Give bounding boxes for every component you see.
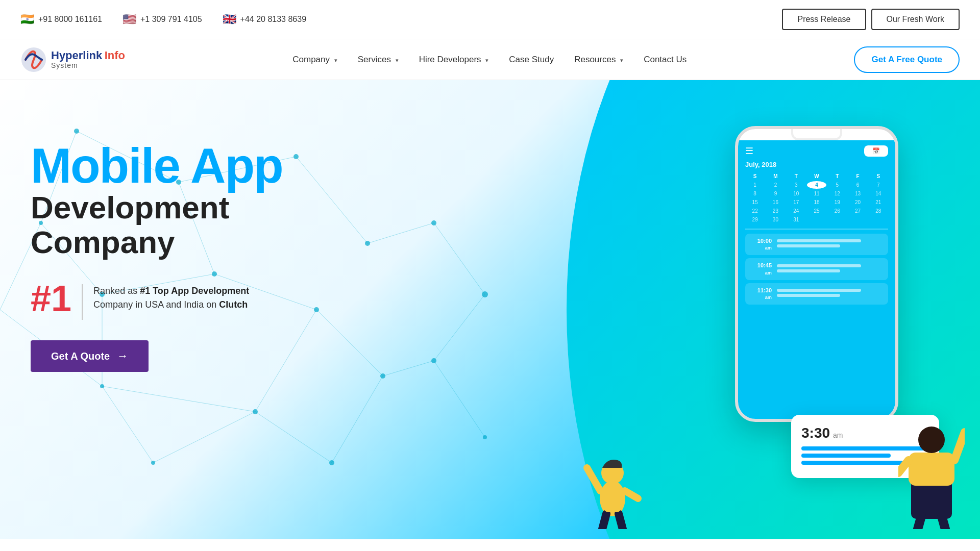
svg-rect-47 bbox=[603, 486, 622, 512]
cal-day-21: 21 bbox=[869, 198, 888, 206]
cta-label: Get A Quote bbox=[51, 350, 110, 362]
nav-link-contact[interactable]: Contact Us bbox=[644, 55, 687, 64]
svg-line-45 bbox=[602, 514, 606, 529]
nav-link-hire[interactable]: Hire Developers ▾ bbox=[419, 55, 489, 64]
cal-day-7: 7 bbox=[869, 181, 888, 189]
time-content-1 bbox=[777, 239, 882, 249]
cal-day-14: 14 bbox=[869, 190, 888, 197]
get-quote-cta-button[interactable]: Get A Quote → bbox=[31, 340, 149, 372]
phone-uk-number: +44 20 8133 8639 bbox=[240, 15, 306, 24]
svg-line-43 bbox=[587, 468, 600, 491]
svg-line-12 bbox=[434, 294, 485, 361]
svg-line-51 bbox=[954, 432, 965, 460]
nav-item-company[interactable]: Company ▾ bbox=[292, 55, 337, 65]
cal-day-2: 2 bbox=[766, 181, 785, 189]
logo-system: System bbox=[51, 62, 125, 69]
float-bar-3 bbox=[801, 461, 910, 465]
get-quote-nav-button[interactable]: Get A Free Quote bbox=[854, 46, 960, 73]
nav-links: Company ▾ Services ▾ Hire Developers ▾ C… bbox=[292, 55, 687, 65]
nav-item-case-study[interactable]: Case Study bbox=[509, 55, 554, 65]
logo[interactable]: Hyperlink Info System bbox=[20, 46, 125, 73]
calendar-grid: S M T W T F S 1 2 3 4 5 6 7 8 9 bbox=[745, 172, 888, 223]
nav-item-services[interactable]: Services ▾ bbox=[358, 55, 399, 65]
time-slot-3: 11:30am bbox=[745, 283, 888, 305]
cal-day-18: 18 bbox=[807, 198, 826, 206]
nav-item-resources[interactable]: Resources ▾ bbox=[574, 55, 623, 65]
nav-link-case-study[interactable]: Case Study bbox=[509, 55, 554, 64]
cal-day-11: 11 bbox=[807, 190, 826, 197]
top-bar: 🇮🇳 +91 8000 161161 🇺🇸 +1 309 791 4105 🇬🇧… bbox=[0, 0, 980, 39]
hero-rank-number: #1 bbox=[31, 280, 71, 317]
press-release-button[interactable]: Press Release bbox=[782, 9, 866, 30]
cal-day-17: 17 bbox=[787, 198, 806, 206]
phone-india[interactable]: 🇮🇳 +91 8000 161161 bbox=[20, 13, 102, 26]
nav-link-company[interactable]: Company ▾ bbox=[292, 55, 337, 64]
rank-text-post: Company in USA and India on bbox=[93, 299, 219, 310]
time-label-2: 10:45am bbox=[751, 262, 772, 276]
logo-hyperlink: Hyperlink bbox=[51, 49, 102, 62]
phone-usa-number: +1 309 791 4105 bbox=[140, 15, 202, 24]
top-bar-actions: Press Release Our Fresh Work bbox=[782, 9, 960, 30]
nav-item-contact[interactable]: Contact Us bbox=[644, 55, 687, 65]
svg-point-50 bbox=[918, 427, 945, 453]
cal-day-16: 16 bbox=[766, 198, 785, 206]
nav-link-services[interactable]: Services ▾ bbox=[358, 55, 399, 64]
cal-header-w: W bbox=[807, 172, 826, 180]
svg-line-19 bbox=[255, 412, 332, 463]
hero-title-sub: Development Company bbox=[31, 190, 347, 260]
nav-link-resources[interactable]: Resources ▾ bbox=[574, 55, 623, 64]
time-bar bbox=[777, 289, 861, 292]
phone-usa[interactable]: 🇺🇸 +1 309 791 4105 bbox=[122, 13, 202, 26]
svg-line-10 bbox=[368, 223, 434, 243]
svg-point-40 bbox=[483, 435, 487, 439]
svg-line-53 bbox=[918, 516, 921, 529]
phone-list: 🇮🇳 +91 8000 161161 🇺🇸 +1 309 791 4105 🇬🇧… bbox=[20, 13, 306, 26]
usa-flag-icon: 🇺🇸 bbox=[122, 13, 136, 26]
logo-icon bbox=[20, 46, 47, 73]
cal-header-f: F bbox=[848, 172, 867, 180]
cal-header-s2: S bbox=[869, 172, 888, 180]
cal-day-28: 28 bbox=[869, 207, 888, 215]
cal-day-19: 19 bbox=[827, 198, 847, 206]
svg-point-36 bbox=[100, 384, 104, 388]
cal-day-1: 1 bbox=[745, 181, 765, 189]
svg-line-44 bbox=[625, 491, 638, 498]
svg-line-13 bbox=[383, 361, 434, 376]
cal-day-27: 27 bbox=[848, 207, 867, 215]
cal-day-25: 25 bbox=[807, 207, 826, 215]
chevron-down-icon: ▾ bbox=[334, 57, 337, 63]
character-left bbox=[577, 417, 648, 529]
nav-item-hire[interactable]: Hire Developers ▾ bbox=[419, 55, 489, 65]
svg-line-21 bbox=[434, 361, 485, 437]
hero-content: Mobile App Development Company #1 Ranked… bbox=[31, 141, 347, 372]
arrow-right-icon: → bbox=[117, 349, 128, 363]
phone-mockup-area: ☰ 📅 July, 2018 S M T W T F S 1 2 3 4 bbox=[567, 111, 949, 529]
time-bar bbox=[777, 239, 861, 242]
time-bar bbox=[777, 294, 840, 297]
cal-day-23: 23 bbox=[766, 207, 785, 215]
logo-text: Hyperlink Info System bbox=[51, 49, 125, 70]
rank-clutch: Clutch bbox=[219, 299, 248, 310]
time-bar bbox=[777, 269, 840, 272]
phone-india-number: +91 8000 161161 bbox=[38, 15, 102, 24]
svg-point-24 bbox=[74, 129, 79, 134]
india-flag-icon: 🇮🇳 bbox=[20, 13, 34, 26]
phone-uk[interactable]: 🇬🇧 +44 20 8133 8639 bbox=[223, 13, 306, 26]
svg-point-32 bbox=[380, 373, 385, 379]
calendar-month: July, 2018 bbox=[745, 161, 888, 168]
time-label-1: 10:00am bbox=[751, 238, 772, 251]
cal-day-29: 29 bbox=[745, 216, 765, 223]
navbar: Hyperlink Info System Company ▾ Services… bbox=[0, 39, 980, 80]
float-time: 3:30 bbox=[801, 425, 830, 441]
cal-day-3: 3 bbox=[787, 181, 806, 189]
cal-day-15: 15 bbox=[745, 198, 765, 206]
svg-line-17 bbox=[102, 386, 153, 463]
logo-info: Info bbox=[105, 49, 125, 62]
svg-line-16 bbox=[102, 386, 255, 412]
rank-text-pre: Ranked as bbox=[93, 286, 140, 296]
cal-day-12: 12 bbox=[827, 190, 847, 197]
rank-divider bbox=[82, 284, 83, 320]
our-fresh-work-button[interactable]: Our Fresh Work bbox=[871, 9, 960, 30]
float-period: am bbox=[833, 431, 843, 439]
cal-day-26: 26 bbox=[827, 207, 847, 215]
